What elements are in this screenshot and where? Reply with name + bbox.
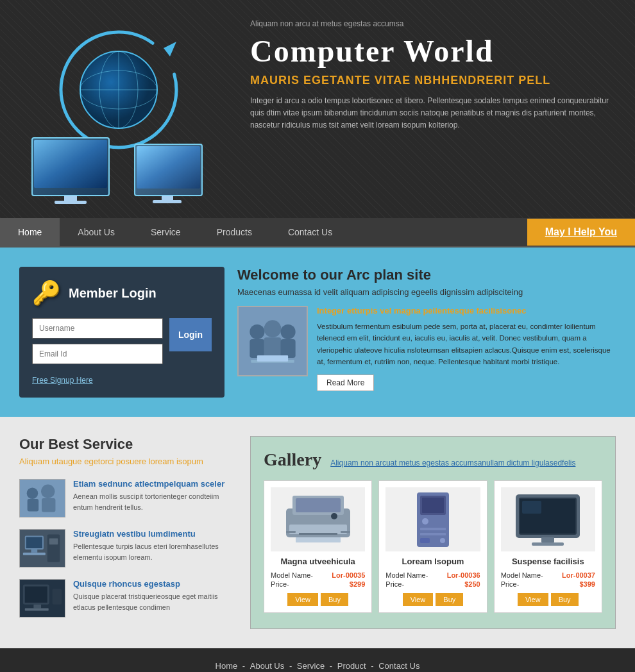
svg-point-58 bbox=[440, 538, 445, 543]
gallery-header: Gallery Aliquam non arcuat metus egestas… bbox=[264, 449, 602, 470]
footer: www.heritagechristiancollege.com Home - … bbox=[0, 648, 635, 672]
nav-about[interactable]: About Us bbox=[60, 218, 133, 246]
svg-rect-49 bbox=[286, 531, 296, 533]
svg-rect-35 bbox=[49, 538, 58, 544]
svg-rect-50 bbox=[341, 531, 350, 533]
gallery-btn-row-2: View Buy bbox=[385, 593, 480, 606]
gallery-item-price-1: Price- $299 bbox=[271, 580, 365, 588]
gallery-view-btn-1[interactable]: View bbox=[287, 593, 318, 606]
svg-point-54 bbox=[422, 518, 428, 525]
gallery-description[interactable]: Aliquam non arcuat metus egestas accumsa… bbox=[330, 458, 575, 467]
footer-nav-contact[interactable]: Contact Us bbox=[378, 661, 419, 671]
gallery-section: Gallery Aliquam non arcuat metus egestas… bbox=[250, 436, 616, 629]
read-more-button[interactable]: Read More bbox=[317, 374, 374, 391]
svg-rect-10 bbox=[55, 201, 87, 204]
gallery-buy-btn-1[interactable]: Buy bbox=[321, 593, 348, 606]
svg-rect-55 bbox=[420, 528, 446, 530]
service-item-2: Streugiatn vestibu lumdimentu Pellentesq… bbox=[19, 529, 231, 567]
service-title-3[interactable]: Quisque rhoncus egestasp bbox=[73, 579, 231, 589]
gallery-buy-btn-3[interactable]: Buy bbox=[551, 593, 579, 606]
navbar: Home About Us Service Products Contact U… bbox=[0, 218, 635, 248]
help-button[interactable]: May I Help You bbox=[527, 219, 635, 246]
service-thumb-1 bbox=[19, 479, 65, 517]
welcome-highlight: Integer etturpis vel magna pellentesque … bbox=[317, 306, 616, 315]
services-title: Our Best Service bbox=[19, 436, 231, 453]
gallery-item-title-3: Suspense facilisis bbox=[501, 557, 595, 566]
login-row: Login bbox=[32, 318, 212, 369]
svg-rect-39 bbox=[33, 605, 41, 609]
service-title-2[interactable]: Streugiatn vestibu lumdimentu bbox=[73, 529, 231, 539]
svg-rect-57 bbox=[420, 538, 430, 543]
gallery-item-price-2: Price- $250 bbox=[385, 580, 480, 588]
welcome-para: Vestibulum fermentum esibulum pede sem, … bbox=[317, 321, 616, 368]
footer-nav-home[interactable]: Home bbox=[216, 661, 238, 671]
welcome-image bbox=[237, 306, 308, 376]
svg-rect-33 bbox=[23, 553, 46, 555]
footer-nav-about[interactable]: About Us bbox=[250, 661, 284, 671]
svg-rect-40 bbox=[25, 609, 49, 611]
gallery-item-title-2: Loream Isopum bbox=[385, 557, 480, 566]
gallery-btn-row-1: View Buy bbox=[271, 593, 365, 606]
svg-rect-17 bbox=[250, 339, 264, 358]
svg-rect-46 bbox=[299, 533, 337, 535]
svg-rect-9 bbox=[64, 196, 77, 201]
site-description: Integer id arcu a odio tempus lobortison… bbox=[250, 95, 609, 132]
service-info-3: Quisque rhoncus egestasp Quisque placera… bbox=[73, 579, 231, 612]
svg-marker-1 bbox=[164, 42, 176, 56]
gallery-item-title-1: Magna utveehicula bbox=[271, 557, 365, 566]
gallery-item-model-2: Model Name- Lor-00036 bbox=[385, 571, 480, 579]
header: Aliquam non arcu at metus egestas accums… bbox=[0, 0, 635, 218]
nav-contact[interactable]: Contact Us bbox=[270, 218, 350, 246]
login-button[interactable]: Login bbox=[169, 318, 212, 351]
nav-products[interactable]: Products bbox=[199, 218, 270, 246]
svg-rect-45 bbox=[289, 525, 347, 534]
logo-graphic bbox=[16, 13, 221, 205]
svg-rect-21 bbox=[281, 339, 296, 358]
service-thumb-2 bbox=[19, 529, 65, 567]
svg-point-25 bbox=[27, 487, 38, 499]
signup-link[interactable]: Free Signup Here bbox=[32, 376, 212, 385]
nav-home[interactable]: Home bbox=[0, 218, 60, 246]
svg-rect-53 bbox=[422, 498, 444, 513]
login-inputs bbox=[32, 318, 163, 369]
header-logo bbox=[0, 0, 237, 218]
svg-point-47 bbox=[331, 513, 337, 519]
gallery-img-1 bbox=[271, 487, 365, 551]
svg-rect-31 bbox=[26, 537, 42, 549]
footer-nav-service[interactable]: Service bbox=[297, 661, 325, 671]
username-input[interactable] bbox=[32, 318, 163, 339]
footer-center: Home - About Us - Service - Product - Co… bbox=[213, 661, 423, 672]
svg-rect-56 bbox=[420, 533, 446, 535]
site-subtitle: Aliquam non arcu at metus egestas accums… bbox=[250, 19, 616, 28]
svg-rect-64 bbox=[532, 542, 564, 546]
gallery-item-2: Loream Isopum Model Name- Lor-00036 Pric… bbox=[378, 480, 487, 613]
svg-rect-38 bbox=[25, 587, 47, 603]
svg-rect-63 bbox=[541, 537, 554, 542]
svg-rect-41 bbox=[53, 589, 62, 604]
svg-rect-26 bbox=[28, 499, 38, 511]
gallery-buy-btn-2[interactable]: Buy bbox=[436, 593, 463, 606]
svg-rect-62 bbox=[522, 501, 541, 514]
service-desc-1: Aenean mollis suscipit tortorienteger co… bbox=[73, 491, 231, 512]
gallery-view-btn-2[interactable]: View bbox=[403, 593, 434, 606]
nav-service[interactable]: Service bbox=[133, 218, 199, 246]
email-input[interactable] bbox=[32, 344, 163, 364]
main-content: 🔑 Member Login Login Free Signup Here We… bbox=[0, 248, 635, 417]
logo-svg bbox=[16, 13, 221, 205]
site-title: Computer World bbox=[250, 33, 616, 69]
login-box: 🔑 Member Login Login Free Signup Here bbox=[19, 267, 224, 398]
key-icon: 🔑 bbox=[32, 280, 61, 307]
service-desc-3: Quisque placerat tristiquerieosque eget … bbox=[73, 591, 231, 612]
svg-point-20 bbox=[281, 324, 296, 339]
svg-rect-14 bbox=[153, 200, 182, 203]
gallery-title: Gallery bbox=[264, 449, 321, 470]
gallery-view-btn-3[interactable]: View bbox=[518, 593, 548, 606]
svg-point-18 bbox=[264, 320, 282, 337]
svg-rect-12 bbox=[137, 146, 200, 189]
welcome-subtitle: Maecenas eumassa id velit aliquam adipis… bbox=[237, 287, 616, 297]
site-tagline: MAURIS EGETANTE VITAE NBHHENDRERIT PELL bbox=[250, 74, 616, 87]
services-subtitle: Aliquam utaugue egetorci posuere loream … bbox=[19, 457, 231, 466]
footer-nav-product[interactable]: Product bbox=[337, 661, 366, 671]
svg-point-16 bbox=[250, 324, 264, 339]
service-title-1[interactable]: Etiam sednunc atlectmpelquam sceler bbox=[73, 479, 231, 489]
